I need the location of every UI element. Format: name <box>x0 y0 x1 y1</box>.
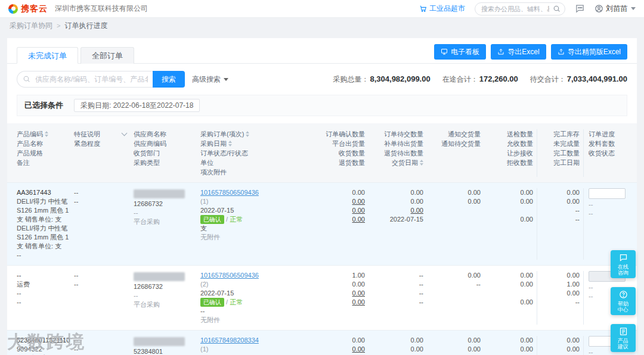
header-line: 未完成量 <box>542 139 580 148</box>
order-date: 2022-07-15 <box>200 206 308 215</box>
header-label: 采购类型 <box>134 158 160 167</box>
header-line: 补单待出货量 <box>369 139 423 148</box>
header-line: 送检数量 <box>484 129 533 139</box>
sort-icon[interactable] <box>228 141 232 147</box>
export-simple-excel-button[interactable]: 导出精简版Excel <box>551 44 627 60</box>
product-suggestion-button[interactable]: 产品建议 <box>611 324 636 352</box>
order-number-link[interactable]: 1016578506509436 <box>200 271 308 280</box>
qty-value: 0.00 <box>484 197 533 206</box>
header-line: 备注 <box>17 158 70 167</box>
header-line: 产品编码 <box>17 129 70 139</box>
header-label: 订单进度 <box>589 129 615 139</box>
product-line: -- <box>17 298 70 307</box>
user-menu[interactable]: 刘苗苗 <box>595 4 636 14</box>
message-icon[interactable] <box>575 4 585 14</box>
qty-link[interactable]: 0.00 <box>311 289 365 298</box>
sort-down-arrow <box>246 135 249 137</box>
breadcrumb-item-parent[interactable]: 采购订单协同 <box>10 21 52 31</box>
button-label: 电子看板 <box>451 47 479 57</box>
header-line: 退货待出数量 <box>369 148 423 158</box>
progress-line: -- <box>589 200 624 209</box>
product-cell: 5238480113211109094322高线电机蜗轮音调高低 <box>17 336 74 355</box>
search-button[interactable]: 搜索 <box>153 71 185 88</box>
header-line: 发料套数 <box>589 139 624 148</box>
breadcrumb: 采购订单协同 > 订单执行进度 <box>0 18 644 33</box>
supplier-code: 12686732 <box>134 282 197 291</box>
pending-qty-cell: 0.000.000.002022-07-15 <box>369 336 427 355</box>
filter-row: 搜索 高级搜索 采购总量：8,304,982,099.00在途合计：172,26… <box>7 64 637 94</box>
header-label: 产品规格 <box>17 148 43 158</box>
order-progress-input[interactable] <box>589 188 626 199</box>
header-label: 退货数量 <box>339 158 365 167</box>
e-kanban-button[interactable]: 电子看板 <box>434 44 486 60</box>
sort-icon[interactable] <box>420 160 423 166</box>
header-line: 收货状态 <box>589 148 624 158</box>
product-line: DELI/得力 中性笔 <box>17 224 70 233</box>
order-number-link[interactable]: 1016578498208334 <box>200 336 308 345</box>
industrial-mall-link[interactable]: 工业品超市 <box>419 4 465 14</box>
export-excel-button[interactable]: 导出Excel <box>491 44 546 60</box>
qty-value: -- <box>369 280 423 289</box>
header-label: 送检数量 <box>507 129 533 139</box>
search-icon <box>23 75 30 85</box>
stock-qty-cell: 0.001.000.00-- <box>537 271 583 325</box>
order-item-no: (1) <box>200 345 308 354</box>
qty-value: 0.00 <box>484 280 533 289</box>
export-icon <box>558 48 565 55</box>
sort-down-arrow <box>228 144 232 147</box>
user-icon <box>595 4 603 13</box>
kanban-icon <box>441 48 448 55</box>
qty-link[interactable]: 0.00 <box>311 215 365 224</box>
qty-link[interactable]: 0.00 <box>311 197 365 206</box>
chevron-down-icon <box>631 7 636 10</box>
qty-value: 0.00 <box>369 336 423 345</box>
qty-value: 0.00 <box>542 197 580 206</box>
tabs: 未完成订单全部订单 <box>17 47 134 63</box>
product-line: S126 1mm 黑色 1 <box>17 206 70 215</box>
chat-icon <box>619 253 628 262</box>
order-number-link[interactable]: 1016578506509436 <box>200 188 308 197</box>
qty-link[interactable]: 0.00 <box>311 345 365 354</box>
qty-value: 0.00 <box>427 271 481 280</box>
qty-value: 0.00 <box>484 298 533 307</box>
header-label: 未完成量 <box>553 139 580 148</box>
product-line: DELI/得力 中性笔 <box>17 197 70 206</box>
breadcrumb-item-current: 订单执行进度 <box>64 21 107 31</box>
product-line: 523848011321110 <box>17 336 70 345</box>
help-center-button[interactable]: 帮助中心 <box>611 287 636 315</box>
qty-value: 1.00 <box>311 271 365 280</box>
header-line: 特征说明 <box>74 129 130 139</box>
table-search-input[interactable] <box>17 71 153 88</box>
product-line: 支 销售单位: 支 <box>17 242 70 251</box>
app-logo: 携客云 <box>8 4 48 14</box>
qty-link[interactable]: 0.00 <box>311 206 365 215</box>
supplier-cell: 52384801--平台采购 <box>134 336 200 355</box>
sort-down-arrow <box>45 135 48 137</box>
sort-icon[interactable] <box>45 131 48 137</box>
sort-up-arrow <box>45 131 48 133</box>
header-line: 收货数量 <box>311 148 365 158</box>
advanced-search-toggle[interactable]: 高级搜索 <box>192 74 228 85</box>
qty-link[interactable]: 0.00 <box>369 206 423 215</box>
header-line: 采购订单(项次) <box>200 129 308 139</box>
logo-pinwheel-icon <box>8 4 18 14</box>
button-label: 导出Excel <box>507 47 539 57</box>
column-header-progress: 订单进度发料套数收货状态 <box>583 129 627 177</box>
feature-line: -- <box>74 271 130 280</box>
tab-all-orders[interactable]: 全部订单 <box>80 47 134 64</box>
status-badge: 已确认 <box>200 215 224 224</box>
header-right: 工业品超市 刘苗苗 <box>419 2 636 15</box>
qty-link[interactable]: 0.00 <box>311 298 365 307</box>
search-icon[interactable] <box>553 5 561 14</box>
table-body: AA3617443DELI/得力 中性笔S126 1mm 黑色 1支 销售单位:… <box>7 182 637 355</box>
export-icon <box>497 48 504 55</box>
sort-icon[interactable] <box>246 131 249 137</box>
tab-unfinished-orders[interactable]: 未完成订单 <box>17 47 78 64</box>
header-search-input[interactable] <box>475 2 565 15</box>
toolbar: 电子看板导出Excel导出精简版Excel <box>434 44 627 60</box>
header-label: 采购订单(项次) <box>200 129 244 139</box>
feature-cell: ---- <box>74 271 134 325</box>
qty-value: -- <box>542 215 580 224</box>
header-label: 供应商编码 <box>134 139 166 148</box>
online-consult-button[interactable]: 在线咨询 <box>611 250 636 278</box>
